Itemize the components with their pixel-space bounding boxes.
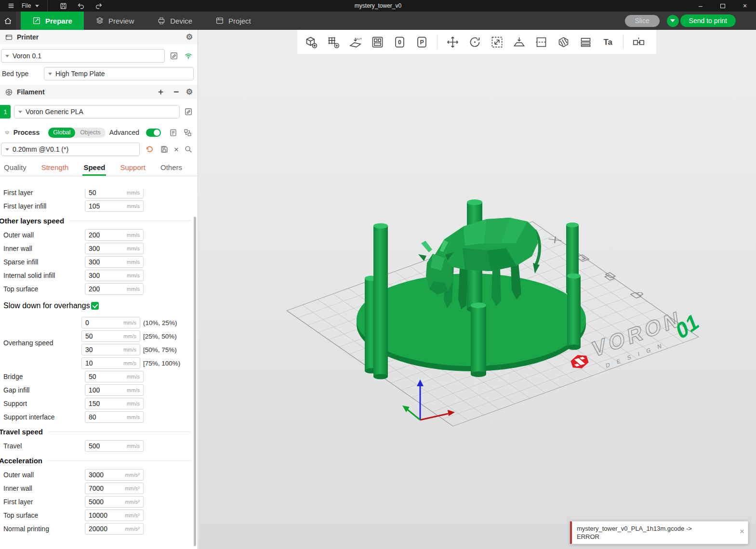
setting-input[interactable]: 300mm/s	[85, 243, 144, 254]
layer-height-icon[interactable]	[577, 33, 595, 51]
process-section-header: Process Global Objects Advanced	[0, 124, 198, 141]
tower-pillar[interactable]	[373, 223, 388, 379]
save-preset-icon[interactable]	[159, 144, 170, 155]
svg-text:AUTO: AUTO	[356, 37, 362, 40]
search-icon[interactable]	[183, 144, 194, 155]
tab-speed[interactable]: Speed	[83, 163, 105, 176]
setting-input[interactable]: 7000mm/s²	[85, 483, 144, 494]
setting-input[interactable]: 50mm/s	[85, 371, 144, 382]
setting-input[interactable]: 100mm/s	[85, 384, 144, 396]
filament-settings-gear-icon[interactable]: ⚙	[186, 88, 193, 96]
tab-device[interactable]: Device	[146, 12, 204, 30]
move-icon[interactable]	[444, 33, 462, 51]
printer-select[interactable]: Voron 0.1	[1, 49, 165, 63]
settings-scrollbar[interactable]	[194, 217, 196, 546]
redo-icon[interactable]	[92, 0, 106, 12]
compare-presets-icon[interactable]	[182, 127, 193, 138]
bed-type-select[interactable]: High Temp Plate	[44, 67, 194, 80]
send-to-print-button[interactable]: Send to print	[680, 14, 736, 27]
close-button[interactable]: ×	[734, 0, 756, 12]
setting-input[interactable]: 50mm/s	[85, 189, 144, 198]
advanced-toggle[interactable]	[146, 129, 161, 137]
tab-quality[interactable]: Quality	[4, 163, 27, 176]
process-preset-select[interactable]: 0.20mm @V0.1 (*)	[1, 143, 140, 156]
support-paint-icon[interactable]	[555, 33, 572, 51]
title-bar: File mystery_tower_v0 – ×	[0, 0, 756, 12]
tab-project[interactable]: Project	[204, 12, 263, 30]
setting-input[interactable]: 105mm/s	[85, 200, 144, 212]
filament-select-value: Voron Generic PLA	[26, 108, 83, 116]
toast-close-icon[interactable]: ×	[740, 527, 744, 536]
rotate-icon[interactable]	[466, 33, 484, 51]
remove-filament-button[interactable]: −	[171, 87, 182, 97]
undo-icon[interactable]	[74, 0, 88, 12]
file-menu[interactable]: File	[22, 2, 31, 9]
tower-pillar[interactable]	[567, 274, 581, 350]
filament-slot-badge: 1	[0, 105, 11, 118]
cut-icon[interactable]	[532, 33, 550, 51]
tab-others[interactable]: Others	[160, 163, 182, 176]
setting-input[interactable]: 5000mm/s²	[85, 496, 144, 508]
main-menu-button[interactable]	[4, 0, 18, 12]
reset-preset-icon[interactable]	[144, 144, 155, 155]
text-tool-icon[interactable]: Ta	[599, 33, 617, 51]
setting-input[interactable]: 300mm/s	[85, 270, 144, 281]
add-object-icon[interactable]	[302, 33, 320, 51]
wifi-connection-icon[interactable]	[183, 51, 194, 61]
overhang-range-label: [50%, 75%)	[143, 346, 177, 353]
setting-input[interactable]: 300mm/s	[85, 256, 144, 268]
setting-input[interactable]: 10mm/s	[81, 357, 140, 369]
setting-input[interactable]: 200mm/s	[85, 283, 144, 295]
assembly-icon[interactable]	[630, 33, 648, 51]
minimize-button[interactable]: –	[690, 0, 712, 12]
lay-on-face-icon[interactable]	[510, 33, 528, 51]
setting-input[interactable]: 20000mm/s²	[85, 523, 144, 535]
tower-pillar[interactable]	[471, 302, 486, 377]
parameter-table-icon[interactable]	[168, 127, 178, 138]
copy-icon[interactable]: 0	[391, 33, 409, 51]
scope-objects-button[interactable]: Objects	[75, 128, 105, 138]
filament-row: 1 Voron Generic PLA	[0, 99, 198, 124]
slice-button[interactable]: Slice	[625, 15, 660, 27]
add-plate-icon[interactable]	[324, 33, 342, 51]
setting-input[interactable]: 30mm/s	[81, 344, 140, 355]
scope-global-button[interactable]: Global	[48, 128, 75, 138]
setting-row: Support interface 80mm/s	[0, 410, 193, 424]
setting-input[interactable]: 3000mm/s²	[85, 469, 144, 481]
send-dropdown-button[interactable]	[667, 15, 679, 27]
scale-icon[interactable]	[488, 33, 506, 51]
setting-input[interactable]: 0mm/s	[81, 317, 140, 328]
printer-settings-gear-icon[interactable]: ⚙	[186, 33, 193, 41]
maximize-button[interactable]	[712, 0, 734, 12]
add-filament-button[interactable]: +	[155, 87, 167, 97]
auto-orient-icon[interactable]: AUTO	[346, 33, 364, 51]
home-button[interactable]	[0, 12, 16, 30]
tab-preview[interactable]: Preview	[84, 12, 146, 30]
filament-select[interactable]: Voron Generic PLA	[14, 105, 180, 118]
setting-label: Sparse infill	[3, 258, 85, 266]
scene-canvas[interactable]: VORON D E S I G N 01	[199, 30, 756, 549]
slow-down-overhangs-checkbox[interactable]	[91, 302, 99, 310]
setting-input[interactable]: 50mm/s	[81, 330, 140, 342]
edit-printer-icon[interactable]	[169, 51, 179, 61]
setting-input[interactable]: 80mm/s	[85, 411, 144, 423]
setting-input[interactable]: 150mm/s	[85, 398, 144, 409]
combo-caret-icon	[48, 73, 52, 75]
tab-prepare[interactable]: Prepare	[21, 12, 84, 30]
paste-icon[interactable]: P	[413, 33, 431, 51]
section-title: Other layers speed	[0, 213, 193, 228]
tab-strength[interactable]: Strength	[41, 163, 69, 176]
printer-row: Voron 0.1	[0, 44, 198, 65]
save-project-icon[interactable]	[56, 0, 70, 12]
setting-label: Internal solid infill	[3, 272, 85, 279]
setting-input[interactable]: 200mm/s	[85, 229, 144, 241]
combo-caret-icon	[5, 148, 9, 151]
edit-filament-icon[interactable]	[183, 106, 194, 117]
viewport-3d[interactable]: VORON D E S I G N 01	[199, 30, 756, 549]
file-menu-caret-icon[interactable]	[35, 5, 39, 7]
setting-input[interactable]: 10000mm/s²	[85, 510, 144, 521]
arrange-icon[interactable]	[369, 33, 386, 51]
delete-preset-icon[interactable]: ×	[174, 145, 179, 154]
setting-input[interactable]: 500mm/s	[85, 440, 144, 452]
tab-support[interactable]: Support	[120, 163, 146, 176]
